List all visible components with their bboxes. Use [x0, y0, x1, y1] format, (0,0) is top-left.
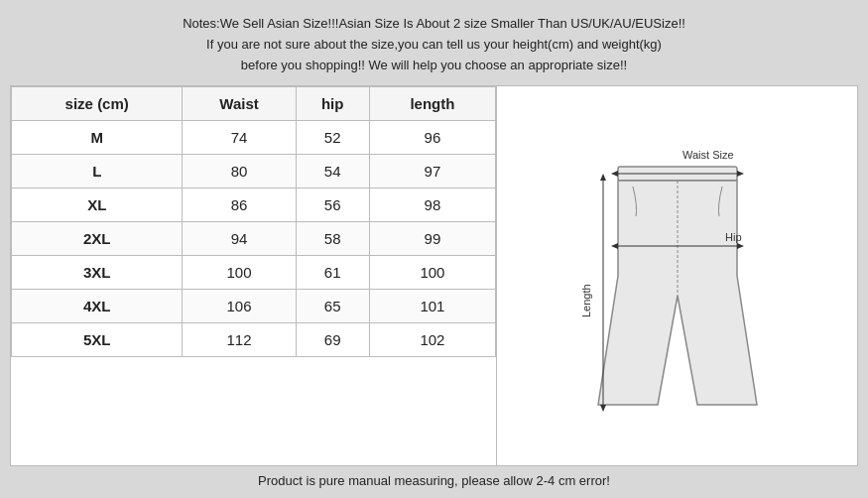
table-cell: 65: [296, 290, 369, 323]
table-row: M745296: [12, 121, 496, 155]
table-section: size (cm) Waist hip length M745296L80549…: [11, 86, 497, 465]
table-cell: 61: [296, 256, 369, 290]
table-cell: 100: [369, 256, 495, 290]
notes-line3: before you shopping!! We will help you c…: [10, 56, 858, 76]
size-table: size (cm) Waist hip length M745296L80549…: [11, 86, 496, 357]
svg-marker-13: [600, 174, 606, 181]
svg-marker-6: [611, 171, 618, 177]
table-cell: 3XL: [12, 256, 183, 290]
col-hip: hip: [296, 87, 369, 121]
table-cell: 69: [296, 323, 369, 357]
table-cell: 94: [183, 222, 296, 256]
table-row: 2XL945899: [12, 222, 496, 256]
table-row: L805497: [12, 155, 496, 188]
table-row: 4XL10665101: [12, 290, 496, 323]
table-cell: 58: [296, 222, 369, 256]
table-row: XL865698: [12, 188, 496, 222]
pants-svg: Waist Size Hip Length: [578, 137, 777, 415]
table-cell: 80: [183, 155, 296, 188]
notes-section: Notes:We Sell Asian Size!!!Asian Size Is…: [10, 8, 858, 85]
main-content: size (cm) Waist hip length M745296L80549…: [10, 85, 858, 466]
svg-text:Length: Length: [580, 285, 592, 318]
table-cell: 102: [369, 323, 495, 357]
table-cell: 2XL: [12, 222, 183, 256]
col-waist: Waist: [183, 87, 296, 121]
table-cell: L: [12, 155, 183, 188]
table-header-row: size (cm) Waist hip length: [12, 87, 496, 121]
col-size: size (cm): [12, 87, 183, 121]
table-cell: 56: [296, 188, 369, 222]
svg-text:Hip: Hip: [725, 231, 742, 243]
diagram-section: Waist Size Hip Length: [497, 86, 857, 465]
table-cell: 100: [183, 256, 296, 290]
table-cell: 96: [369, 121, 495, 155]
table-cell: M: [12, 121, 183, 155]
table-cell: XL: [12, 188, 183, 222]
outer-container: Notes:We Sell Asian Size!!!Asian Size Is…: [0, 0, 868, 498]
svg-marker-14: [600, 405, 606, 412]
svg-marker-7: [737, 171, 744, 177]
table-cell: 86: [183, 188, 296, 222]
table-cell: 74: [183, 121, 296, 155]
table-cell: 98: [369, 188, 495, 222]
table-cell: 5XL: [12, 323, 183, 357]
svg-marker-10: [611, 243, 618, 249]
table-cell: 54: [296, 155, 369, 188]
notes-line2: If you are not sure about the size,you c…: [10, 35, 858, 56]
table-cell: 101: [369, 290, 495, 323]
notes-line1: Notes:We Sell Asian Size!!!Asian Size Is…: [10, 14, 858, 35]
svg-text:Waist Size: Waist Size: [682, 149, 734, 161]
table-cell: 52: [296, 121, 369, 155]
table-row: 5XL11269102: [12, 323, 496, 357]
svg-marker-11: [737, 243, 744, 249]
table-cell: 99: [369, 222, 495, 256]
table-cell: 97: [369, 155, 495, 188]
table-cell: 4XL: [12, 290, 183, 323]
col-length: length: [369, 87, 495, 121]
table-row: 3XL10061100: [12, 256, 496, 290]
table-cell: 112: [183, 323, 296, 357]
table-cell: 106: [183, 290, 296, 323]
footer-note: Product is pure manual measuring, please…: [10, 466, 858, 492]
